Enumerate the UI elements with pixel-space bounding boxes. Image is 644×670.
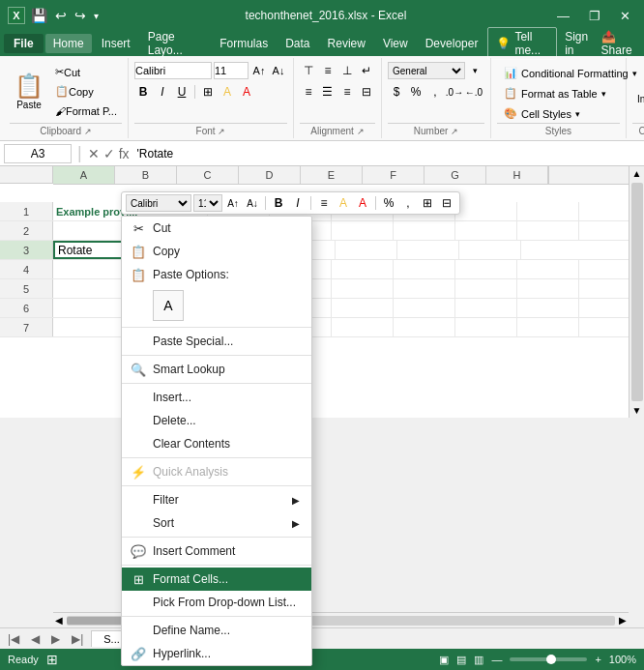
comma-button[interactable]: , — [426, 83, 444, 101]
percent-button[interactable]: % — [407, 83, 424, 101]
col-header-g[interactable]: G — [424, 166, 486, 184]
vertical-scrollbar[interactable]: ▲ ▼ — [629, 166, 644, 418]
col-header-d[interactable]: D — [239, 166, 301, 184]
cell-f3[interactable] — [397, 241, 459, 259]
cell-g5[interactable] — [517, 279, 579, 298]
ctx-sort[interactable]: Sort ▶ — [122, 511, 311, 535]
undo-button[interactable]: ↩ — [53, 6, 69, 25]
row-num-2[interactable]: 2 — [0, 221, 53, 240]
ctx-format-cells[interactable]: ⊞ Format Cells... — [122, 568, 311, 591]
ctx-filter[interactable]: Filter ▶ — [122, 488, 311, 511]
cell-d7[interactable] — [332, 318, 394, 336]
font-color-button[interactable]: A — [238, 83, 255, 101]
scroll-down-button[interactable]: ▼ — [630, 403, 644, 418]
ctx-define-name[interactable]: Define Name... — [122, 619, 311, 642]
align-center-button[interactable]: ☰ — [319, 83, 337, 101]
row-num-5[interactable]: 5 — [0, 279, 53, 298]
cell-d5[interactable] — [332, 279, 394, 298]
mini-italic-button[interactable]: I — [289, 194, 307, 212]
scroll-left-button[interactable]: ◀ — [55, 615, 63, 626]
ctx-delete[interactable]: Delete... — [122, 409, 311, 432]
mini-border-button[interactable]: ⊟ — [438, 194, 455, 212]
cell-f2[interactable] — [455, 221, 517, 240]
mini-highlight-button[interactable]: A — [335, 194, 352, 212]
number-format-select[interactable]: General — [388, 62, 465, 79]
mini-merge-button[interactable]: ⊞ — [419, 194, 436, 212]
menu-item-page-layout[interactable]: Page Layo... — [140, 27, 210, 60]
row-num-4[interactable]: 4 — [0, 260, 53, 278]
row-num-3[interactable]: 3 — [0, 241, 53, 259]
cell-g4[interactable] — [517, 260, 579, 278]
ctx-insert[interactable]: Insert... — [122, 386, 311, 409]
mini-increase-font-button[interactable]: A↑ — [224, 194, 242, 212]
ctx-clear-contents[interactable]: Clear Contents — [122, 432, 311, 455]
menu-item-view[interactable]: View — [375, 34, 416, 53]
bold-button[interactable]: B — [134, 83, 152, 101]
scroll-thumb[interactable] — [631, 183, 643, 401]
normal-view-button[interactable]: ▣ — [439, 654, 449, 666]
row-num-6[interactable]: 6 — [0, 299, 53, 317]
zoom-level[interactable]: 100% — [609, 654, 636, 665]
cell-f1[interactable] — [455, 202, 517, 220]
accounting-button[interactable]: $ — [388, 83, 405, 101]
formula-input[interactable] — [133, 147, 640, 160]
row-num-1[interactable]: 1 — [0, 202, 53, 220]
cell-g2[interactable] — [517, 221, 579, 240]
restore-button[interactable]: ❐ — [583, 7, 606, 25]
zoom-slider[interactable] — [510, 657, 587, 661]
row-num-7[interactable]: 7 — [0, 318, 53, 336]
mini-percent-button[interactable]: % — [380, 194, 397, 212]
col-header-f[interactable]: F — [363, 166, 424, 184]
cell-f4[interactable] — [455, 260, 517, 278]
ctx-paste-special[interactable]: Paste Special... — [122, 330, 311, 353]
col-header-e[interactable]: E — [301, 166, 363, 184]
menu-item-file[interactable]: File — [4, 34, 44, 53]
sheet-nav-last[interactable]: ▶| — [68, 632, 87, 646]
copy-button[interactable]: 📋 Copy — [50, 83, 122, 101]
menu-item-review[interactable]: Review — [320, 34, 373, 53]
format-painter-button[interactable]: 🖌 Format P... — [50, 102, 122, 120]
ctx-cut[interactable]: ✂ Cut — [122, 217, 311, 240]
italic-button[interactable]: I — [154, 83, 171, 101]
cell-d4[interactable] — [332, 260, 394, 278]
sign-in-button[interactable]: Sign in — [565, 30, 593, 57]
mini-bold-button[interactable]: B — [270, 194, 287, 212]
cancel-formula-button[interactable]: ✕ — [88, 146, 100, 161]
zoom-thumb[interactable] — [546, 655, 556, 664]
format-as-table-button[interactable]: 📋 Format as Table ▾ — [497, 84, 644, 102]
sheet-nav-prev[interactable]: ◀ — [27, 632, 44, 646]
cell-d6[interactable] — [332, 299, 394, 317]
cell-styles-button[interactable]: 🎨 Cell Styles ▾ — [497, 104, 644, 123]
cell-e7[interactable] — [394, 318, 455, 336]
menu-item-formulas[interactable]: Formulas — [212, 34, 276, 53]
insert-cells-button[interactable]: ⊞ Insert — [632, 64, 644, 116]
close-button[interactable]: ✕ — [614, 7, 636, 25]
font-family-input[interactable] — [134, 62, 212, 79]
scroll-up-button[interactable]: ▲ — [630, 166, 644, 181]
mini-decrease-font-button[interactable]: A↓ — [244, 194, 261, 212]
page-layout-icon[interactable]: ⊞ — [46, 652, 58, 667]
cell-f6[interactable] — [455, 299, 517, 317]
minus-zoom-button[interactable]: — — [491, 654, 502, 665]
menu-item-home[interactable]: Home — [45, 34, 92, 53]
plus-zoom-button[interactable]: + — [595, 654, 600, 665]
ctx-hyperlink[interactable]: 🔗 Hyperlink... — [122, 642, 311, 665]
confirm-formula-button[interactable]: ✓ — [103, 146, 115, 161]
cell-reference-input[interactable] — [4, 144, 72, 163]
col-header-b[interactable]: B — [115, 166, 177, 184]
align-top-button[interactable]: ⊤ — [300, 62, 317, 79]
increase-decimal-button[interactable]: .0→ — [446, 83, 463, 101]
decrease-font-button[interactable]: A↓ — [270, 62, 287, 79]
wrap-text-button[interactable]: ↵ — [358, 62, 375, 79]
borders-button[interactable]: ⊞ — [199, 83, 217, 101]
font-size-input[interactable] — [214, 62, 249, 79]
ctx-insert-comment[interactable]: 💬 Insert Comment — [122, 539, 311, 563]
redo-button[interactable]: ↪ — [73, 6, 88, 25]
cell-e5[interactable] — [394, 279, 455, 298]
scroll-right-button[interactable]: ▶ — [619, 615, 627, 626]
paste-button[interactable]: 📋 Paste — [10, 66, 48, 118]
sheet-nav-first[interactable]: |◀ — [4, 632, 23, 646]
col-header-h[interactable]: H — [486, 166, 548, 184]
align-left-button[interactable]: ≡ — [300, 83, 317, 101]
align-bottom-button[interactable]: ⊥ — [338, 62, 356, 79]
